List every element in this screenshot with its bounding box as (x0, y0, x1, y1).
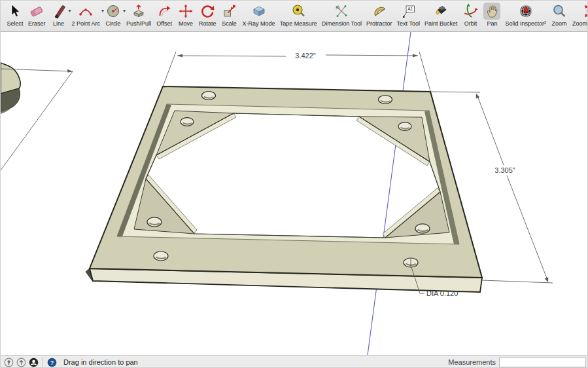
tool-zoom-extents[interactable]: Zoom Extents (570, 2, 588, 27)
circle-icon (105, 3, 122, 20)
tool-label: Circle (106, 20, 121, 27)
viewport: 3.422" 3.305" DIA 0.120" (1, 32, 588, 355)
account-icon[interactable] (29, 358, 39, 367)
tool-label: Rotate (199, 20, 216, 27)
tool-move[interactable]: Move (175, 2, 196, 27)
select-cursor-icon (7, 3, 24, 20)
tool-line[interactable]: ▾Line (48, 2, 69, 27)
tool-label: 2 Point Arc (72, 20, 101, 27)
dimension-height-text: 3.305" (494, 166, 515, 174)
status-message: Drag in direction to pan (63, 358, 138, 366)
tool-label: Orbit (464, 20, 477, 27)
tool-protractor[interactable]: Protractor (364, 2, 394, 27)
tool-label: Zoom Extents (572, 20, 588, 27)
measurements-input[interactable] (499, 358, 586, 367)
pan-hand-icon (483, 3, 500, 20)
magnifier-icon (551, 3, 568, 20)
paint-bucket-icon (432, 3, 449, 20)
tool-label: Paint Bucket (424, 20, 458, 27)
tool-rotate[interactable]: Rotate (197, 2, 218, 27)
tool-text-tool[interactable]: A1Text Tool (395, 2, 422, 27)
tool-label: Eraser (28, 20, 46, 27)
tool-2-point-arc[interactable]: ▾2 Point Arc (70, 2, 103, 27)
pencil-icon (50, 3, 67, 20)
tool-x-ray-mode[interactable]: X-Ray Mode (241, 2, 277, 27)
tool-dimension-tool[interactable]: Dimension Tool (320, 2, 364, 27)
sketchup-window: SelectEraser▾Line▾2 Point Arc▾CirclePush… (0, 0, 588, 368)
tool-pan[interactable]: Pan (481, 2, 502, 27)
arc-icon (77, 3, 94, 20)
tool-select[interactable]: Select (5, 2, 26, 27)
help-icon[interactable]: ? (47, 358, 57, 367)
scale-icon (221, 3, 238, 20)
offset-icon (156, 3, 173, 20)
blue-axis-line (368, 32, 411, 355)
tool-circle[interactable]: ▾Circle (103, 2, 124, 27)
tool-label: Scale (222, 20, 237, 27)
tool-label: Select (7, 20, 23, 27)
tool-label: Push/Pull (126, 20, 151, 27)
toolbar: SelectEraser▾Line▾2 Point Arc▾CirclePush… (1, 1, 588, 32)
tool-zoom[interactable]: Zoom (549, 2, 570, 27)
model-partial-part (1, 63, 20, 114)
status-bar-icons: ? (3, 358, 58, 367)
status-bar: ? Drag in direction to pan Measurements (1, 355, 588, 368)
tool-offset[interactable]: Offset (154, 2, 175, 27)
text-tool-icon: A1 (400, 3, 417, 20)
eraser-icon (28, 3, 45, 20)
svg-text:?: ? (50, 359, 54, 365)
tool-label: Dimension Tool (322, 20, 362, 27)
tool-label: Solid Inspector² (505, 20, 546, 27)
x-ray-icon (251, 3, 268, 20)
status-bar-separator (43, 358, 43, 367)
tool-label: Zoom (551, 20, 566, 27)
tool-orbit[interactable]: Orbit (460, 2, 481, 27)
tool-eraser[interactable]: Eraser (26, 2, 48, 27)
tool-tape-measure[interactable]: Tape Measure (278, 2, 319, 27)
orbit-icon (462, 3, 479, 20)
location-icon[interactable] (4, 358, 14, 367)
upload-icon[interactable] (16, 358, 26, 367)
tool-solid-inspector[interactable]: Solid Inspector² (503, 2, 548, 27)
model-plate (86, 86, 482, 292)
tool-label: Text Tool (397, 20, 420, 27)
tool-label: X-Ray Mode (243, 20, 275, 27)
tape-measure-icon (290, 3, 307, 20)
move-icon (177, 3, 194, 20)
dimensioned-hole (404, 258, 418, 267)
dimension-hole-text: DIA 0.120" (426, 289, 460, 297)
push-pull-icon (130, 3, 147, 20)
svg-text:A1: A1 (407, 7, 413, 11)
measurements-label: Measurements (448, 358, 496, 366)
tool-label: Pan (487, 20, 497, 27)
dimension-width-text: 3.422" (295, 52, 316, 60)
viewport-canvas[interactable]: 3.422" 3.305" DIA 0.120" (1, 32, 588, 355)
protractor-icon (371, 3, 388, 20)
tool-push-pull[interactable]: Push/Pull (124, 2, 153, 27)
dimension-icon (333, 3, 350, 20)
tool-label: Tape Measure (280, 20, 317, 27)
tool-scale[interactable]: Scale (219, 2, 240, 27)
tool-label: Move (179, 20, 193, 27)
tool-label: Protractor (366, 20, 392, 27)
tool-label: Line (53, 20, 64, 27)
zoom-extents-icon (582, 3, 588, 20)
tool-label: Offset (156, 20, 172, 27)
tool-paint-bucket[interactable]: Paint Bucket (423, 2, 460, 27)
solid-inspector-icon (517, 3, 534, 20)
rotate-icon (199, 3, 216, 20)
